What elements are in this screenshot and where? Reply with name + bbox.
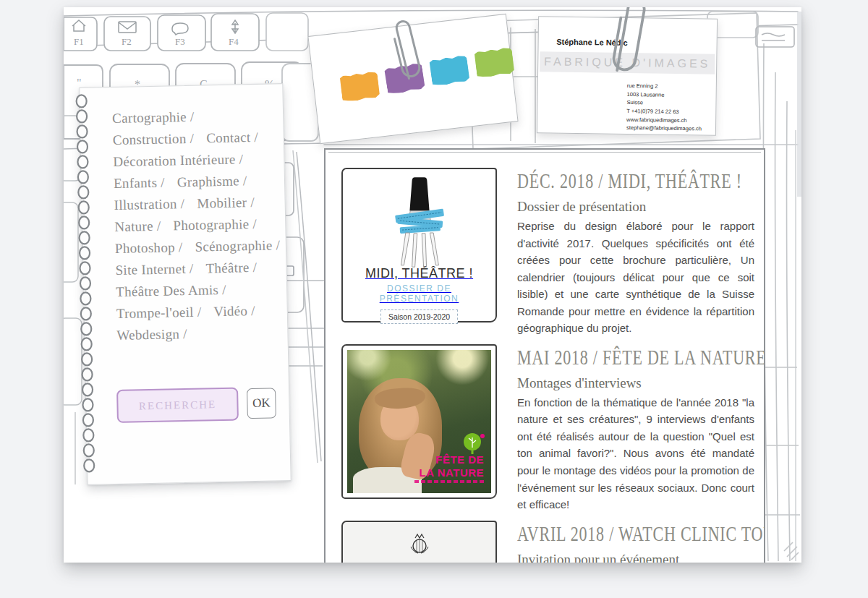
sidebar-item-photoshop[interactable]: Photoshop / [115,236,183,260]
logo-strip-blue [428,54,470,87]
article-body: En fonction de la thématique de l'année … [517,394,754,513]
sidebar-item-site-internet[interactable]: Site Internet / [115,258,194,281]
article-subtitle: Invitation pour un événement [517,552,754,563]
fete-logo-line2: LA NATURE [414,466,484,479]
main-content-sheet: MIDI, THÉÂTRE ! DOSSIER DE PRÉSENTATION … [324,148,765,563]
website-page: F1 F2 F3 F4 " * Ç % G [64,7,801,563]
fete-de-la-nature-logo: FÊTE DE LA NATURE [414,453,484,483]
search-input[interactable] [116,388,239,424]
address-line: rue Enning 2 [627,82,702,91]
business-card-name: Stéphane Le Nédic [539,37,646,47]
sidebar-item-nature[interactable]: Nature / [114,215,161,238]
desktop-background: { "window": { "outer_bg": "#f2f3f5" }, "… [0,0,868,598]
season-badge: Saison 2019-2020 [380,309,458,324]
business-card-address: rue Enning 2 1003 Lausanne Suisse T +41(… [626,82,702,133]
article-thumbnail-fete-nature[interactable]: FÊTE DE LA NATURE [341,344,497,499]
sidebar-item-webdesign[interactable]: Webdesign / [116,323,187,346]
article-thumbnail-tourbillon[interactable]: TOURBILLON BOUTIQUE [341,521,497,563]
business-card: Stéphane Le Nédic FABRIQUE D'IMAGES rue … [537,16,718,135]
sidebar-item-cartographie[interactable]: Cartographie / [112,106,195,129]
sidebar-item-decoration-interieure[interactable]: Décoration Intérieure / [113,148,244,173]
article-body: Reprise du design élaboré pour le rappor… [517,218,754,337]
business-card-banner: FABRIQUE D'IMAGES [540,51,715,74]
sidebar-item-enfants[interactable]: Enfants / [114,172,165,195]
sidebar-item-mobilier[interactable]: Mobilier / [197,192,255,215]
article-watch-clinic: TOURBILLON BOUTIQUE AVRIL 2018 / WATCH C… [341,521,754,563]
article-subtitle: Montages d'interviews [517,375,754,391]
logo-card [307,14,518,144]
key-label-f2: F2 [122,36,132,47]
article-title-link[interactable]: AVRIL 2018 / WATCH CLINIC TOURBILLON [517,522,754,546]
sidebar-item-theatre[interactable]: Théâtre / [205,257,257,279]
fabrique-logo [339,51,516,98]
fork-illustration [380,175,459,268]
sidebar-notepad: Cartographie / Construction / Contact / … [79,83,291,485]
sidebar-item-photographie[interactable]: Photographie / [173,213,257,236]
key-label-f4: F4 [229,36,239,47]
search-ok-button[interactable]: OK [247,388,276,419]
thumb-subtitle: DOSSIER DE PRÉSENTATION [347,283,491,304]
sidebar-item-theatre-des-amis[interactable]: Théâtre Des Amis / [116,279,226,303]
sidebar-item-video[interactable]: Vidéo / [213,300,255,323]
sidebar-item-scenographie[interactable]: Scénographie / [195,234,280,257]
article-title-link[interactable]: DÉC. 2018 / MIDI, THÉÂTRE ! [517,169,754,193]
key-label-f3: F3 [175,36,185,47]
sidebar-item-trompe-loeil[interactable]: Trompe-l'oeil / [116,302,202,325]
tree-icon [461,432,485,456]
article-subtitle: Dossier de présentation [517,199,754,215]
company-name: FABRIQUE D'IMAGES [544,55,710,70]
tourbillon-crest-icon [405,532,434,557]
girl-photo: FÊTE DE LA NATURE [347,350,491,493]
thumb-title: MIDI, THÉÂTRE ! [347,266,491,281]
article-thumbnail-midi-theatre[interactable]: MIDI, THÉÂTRE ! DOSSIER DE PRÉSENTATION … [341,168,497,323]
address-line: T +41(0)79 214 22 63 [626,107,702,116]
key-label-f1: F1 [74,36,84,47]
article-midi-theatre: MIDI, THÉÂTRE ! DOSSIER DE PRÉSENTATION … [341,168,754,337]
logo-strip-green [474,46,516,78]
sidebar-item-illustration[interactable]: Illustration / [114,193,184,216]
tourbillon-brand: TOURBILLON [347,561,491,563]
fete-logo-tagline [414,480,484,483]
sidebar-item-graphisme[interactable]: Graphisme / [177,170,247,193]
logo-strip-orange [339,71,381,103]
category-menu: Cartographie / Construction / Contact / … [112,104,295,346]
address-line: stephane@fabriquedimages.ch [626,124,702,133]
sidebar-item-construction[interactable]: Construction / [112,128,194,151]
article-fete-nature: FÊTE DE LA NATURE MAI 2018 / FÊTE DE LA … [341,344,754,513]
logo-strip-purple [383,62,426,95]
sidebar-item-contact[interactable]: Contact / [206,127,258,149]
article-title-link[interactable]: MAI 2018 / FÊTE DE LA NATURE 2018 [517,346,754,370]
